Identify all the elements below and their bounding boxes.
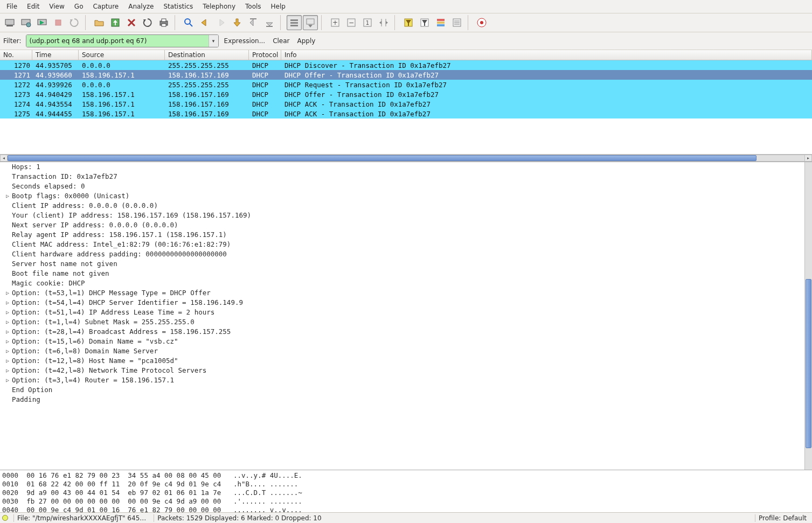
- display-filters-icon[interactable]: [417, 15, 432, 30]
- capture-filters-icon[interactable]: [401, 15, 416, 30]
- expand-icon[interactable]: ▷: [4, 375, 11, 385]
- expand-icon[interactable]: ▷: [4, 337, 11, 346]
- goto-last-icon[interactable]: [262, 15, 277, 30]
- goto-packet-icon[interactable]: [230, 15, 245, 30]
- print-icon[interactable]: [156, 15, 171, 30]
- expand-icon[interactable]: ▷: [4, 346, 11, 356]
- detail-line[interactable]: End Option: [12, 385, 808, 395]
- menu-tools[interactable]: Tools: [241, 1, 266, 12]
- expand-icon[interactable]: ▷: [4, 366, 11, 375]
- menu-analyze[interactable]: Analyze: [124, 1, 158, 12]
- menu-file[interactable]: File: [2, 1, 22, 12]
- column-info[interactable]: Info: [281, 50, 812, 60]
- filter-input[interactable]: [26, 35, 209, 47]
- scrollbar-thumb[interactable]: [806, 279, 811, 448]
- help-icon[interactable]: [474, 15, 489, 30]
- scrollbar-thumb[interactable]: [8, 155, 757, 161]
- detail-line[interactable]: Next server IP address: 0.0.0.0 (0.0.0.0…: [12, 220, 808, 230]
- packet-row[interactable]: 127044.9357050.0.0.0255.255.255.255DHCPD…: [0, 60, 812, 70]
- packet-bytes-pane[interactable]: 0000 00 16 76 e1 82 79 00 23 34 55 a4 00…: [0, 470, 812, 512]
- detail-line[interactable]: Transaction ID: 0x1a7efb27: [12, 172, 808, 182]
- horizontal-scrollbar[interactable]: ◂ ▸: [0, 154, 812, 162]
- detail-line[interactable]: ▷Option: (t=6,l=8) Domain Name Server: [12, 346, 808, 356]
- reload-icon[interactable]: [140, 15, 155, 30]
- detail-line[interactable]: Server host name not given: [12, 259, 808, 269]
- menu-go[interactable]: Go: [70, 1, 88, 12]
- detail-line[interactable]: Padding: [12, 395, 808, 405]
- detail-line[interactable]: Client hardware address padding: 0000000…: [12, 249, 808, 259]
- detail-line[interactable]: ▷Option: (t=54,l=4) DHCP Server Identifi…: [12, 298, 808, 308]
- vertical-scrollbar[interactable]: [804, 162, 812, 470]
- column-destination[interactable]: Destination: [165, 50, 249, 60]
- find-icon[interactable]: [181, 15, 196, 30]
- detail-line[interactable]: ▷Option: (t=1,l=4) Subnet Mask = 255.255…: [12, 317, 808, 327]
- menu-help[interactable]: Help: [267, 1, 290, 12]
- detail-line[interactable]: Magic cookie: DHCP: [12, 278, 808, 288]
- expand-icon[interactable]: ▷: [4, 356, 11, 366]
- resize-columns-icon[interactable]: [376, 15, 391, 30]
- detail-line[interactable]: Hops: 1: [12, 162, 808, 172]
- column-protocol[interactable]: Protocol: [249, 50, 281, 60]
- auto-scroll-icon[interactable]: [303, 15, 318, 30]
- scroll-left-icon[interactable]: ◂: [0, 155, 8, 162]
- detail-line[interactable]: ▷Bootp flags: 0x0000 (Unicast): [12, 191, 808, 201]
- close-file-icon[interactable]: [124, 15, 139, 30]
- packet-list-body[interactable]: 127044.9357050.0.0.0255.255.255.255DHCPD…: [0, 60, 812, 154]
- expert-info-icon[interactable]: [2, 515, 8, 521]
- packet-list-header[interactable]: No. Time Source Destination Protocol Inf…: [0, 50, 812, 60]
- clear-button[interactable]: Clear: [270, 36, 292, 46]
- detail-line[interactable]: ▷Option: (t=12,l=8) Host Name = "pca1005…: [12, 356, 808, 366]
- scrollbar-track[interactable]: [8, 155, 804, 162]
- packet-row[interactable]: 127344.940429158.196.157.1158.196.157.16…: [0, 89, 812, 99]
- colorize-icon[interactable]: [287, 15, 302, 30]
- expand-icon[interactable]: ▷: [4, 288, 11, 298]
- detail-line[interactable]: Client IP address: 0.0.0.0 (0.0.0.0): [12, 201, 808, 211]
- detail-line[interactable]: ▷Option: (t=51,l=4) IP Address Lease Tim…: [12, 308, 808, 317]
- packet-row[interactable]: 127144.939660158.196.157.1158.196.157.16…: [0, 70, 812, 80]
- detail-line[interactable]: ▷Option: (t=3,l=4) Router = 158.196.157.…: [12, 375, 808, 385]
- expand-icon[interactable]: ▷: [4, 191, 11, 201]
- zoom-out-icon[interactable]: −: [344, 15, 359, 30]
- packet-row[interactable]: 127444.943554158.196.157.1158.196.157.16…: [0, 99, 812, 109]
- column-source[interactable]: Source: [79, 50, 165, 60]
- detail-line[interactable]: ▷Option: (t=42,l=8) Network Time Protoco…: [12, 366, 808, 375]
- zoom-reset-icon[interactable]: 1: [360, 15, 375, 30]
- start-capture-icon[interactable]: [34, 15, 50, 30]
- detail-line[interactable]: Your (client) IP address: 158.196.157.16…: [12, 211, 808, 220]
- packet-row[interactable]: 127244.9399260.0.0.0255.255.255.255DHCPD…: [0, 80, 812, 89]
- detail-line[interactable]: ▷Option: (t=53,l=1) DHCP Message Type = …: [12, 288, 808, 298]
- apply-button[interactable]: Apply: [295, 36, 318, 46]
- save-file-icon[interactable]: [108, 15, 123, 30]
- detail-line[interactable]: Boot file name not given: [12, 269, 808, 278]
- expand-icon[interactable]: ▷: [4, 298, 11, 308]
- packet-details-pane[interactable]: Hardware address length: 6Hops: 1Transac…: [0, 162, 812, 470]
- coloring-rules-icon[interactable]: [433, 15, 448, 30]
- detail-line[interactable]: Seconds elapsed: 0: [12, 182, 808, 191]
- preferences-icon[interactable]: [449, 15, 464, 30]
- menu-edit[interactable]: Edit: [23, 1, 44, 12]
- expand-icon[interactable]: ▷: [4, 308, 11, 317]
- goto-first-icon[interactable]: [246, 15, 261, 30]
- column-no[interactable]: No.: [0, 50, 32, 60]
- go-back-icon[interactable]: [197, 15, 212, 30]
- filter-combo[interactable]: ▾: [26, 34, 219, 47]
- menu-statistics[interactable]: Statistics: [159, 1, 197, 12]
- open-file-icon[interactable]: [92, 15, 107, 30]
- interfaces-icon[interactable]: [2, 15, 17, 30]
- detail-line[interactable]: ▷Option: (t=15,l=6) Domain Name = "vsb.c…: [12, 337, 808, 346]
- expression-button[interactable]: Expression...: [222, 36, 268, 46]
- chevron-down-icon[interactable]: ▾: [209, 35, 218, 47]
- expand-icon[interactable]: ▷: [4, 327, 11, 337]
- packet-row[interactable]: 127544.944455158.196.157.1158.196.157.16…: [0, 109, 812, 118]
- status-profile[interactable]: Profile: Default: [755, 514, 810, 522]
- expand-icon[interactable]: ▷: [4, 317, 11, 327]
- menu-telephony[interactable]: Telephony: [198, 1, 240, 12]
- menu-view[interactable]: View: [45, 1, 68, 12]
- detail-line[interactable]: Client MAC address: Intel_e1:82:79 (00:1…: [12, 240, 808, 249]
- menu-capture[interactable]: Capture: [88, 1, 123, 12]
- zoom-in-icon[interactable]: +: [328, 15, 343, 30]
- detail-line[interactable]: Relay agent IP address: 158.196.157.1 (1…: [12, 230, 808, 240]
- options-icon[interactable]: [18, 15, 33, 30]
- column-time[interactable]: Time: [32, 50, 79, 60]
- detail-line[interactable]: ▷Option: (t=28,l=4) Broadcast Address = …: [12, 327, 808, 337]
